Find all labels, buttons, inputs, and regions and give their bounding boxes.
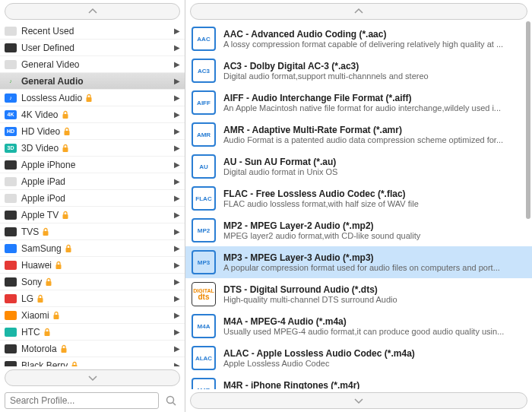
chevron-right-icon: ▶ — [174, 93, 180, 102]
format-item[interactable]: AIFFAIFF - Audio Interchange File Format… — [185, 87, 532, 119]
category-icon: ♪ — [5, 77, 17, 86]
format-icon: FLAC — [192, 186, 216, 211]
category-item[interactable]: ♪Lossless Audio▶ — [0, 90, 185, 106]
format-description: A popular compression format used for au… — [223, 263, 526, 272]
format-title: M4R - iPhone Ringtones (*.m4r) — [223, 380, 526, 389]
category-scroll-up[interactable] — [5, 3, 180, 20]
category-label: Sony — [21, 277, 42, 287]
lock-icon — [62, 144, 69, 153]
category-item[interactable]: General Video▶ — [0, 56, 185, 73]
category-item[interactable]: HDHD Video▶ — [0, 123, 185, 140]
format-title: MP3 - MPEG Layer-3 Audio (*.mp3) — [223, 252, 526, 263]
format-scroll-up[interactable] — [190, 3, 527, 20]
chevron-right-icon: ▶ — [174, 110, 180, 119]
format-title: AIFF - Audio Interchange File Format (*.… — [223, 93, 526, 103]
format-scroll-down[interactable] — [190, 392, 527, 409]
format-item[interactable]: MP3MP3 - MPEG Layer-3 Audio (*.mp3)A pop… — [185, 246, 532, 278]
format-item[interactable]: AACAAC - Advanced Audio Coding (*.aac)A … — [185, 23, 532, 55]
format-item[interactable]: M4RM4R - iPhone Ringtones (*.m4r)iPhone … — [185, 374, 532, 389]
category-label: General Audio — [21, 76, 84, 87]
category-item[interactable]: Apple TV▶ — [0, 207, 185, 223]
category-label: HD Video — [21, 126, 60, 137]
format-description: FLAC audio lossless format,with half siz… — [223, 199, 526, 208]
category-item[interactable]: User Defined▶ — [0, 40, 185, 56]
category-scroll-down[interactable] — [5, 369, 180, 386]
format-panel: AACAAC - Advanced Audio Coding (*.aac)A … — [185, 0, 532, 412]
chevron-right-icon: ▶ — [174, 211, 180, 219]
category-icon — [5, 160, 17, 170]
format-text: FLAC - Free Lossless Audio Codec (*.flac… — [223, 189, 526, 208]
category-label: Apple iPad — [21, 176, 65, 187]
category-item[interactable]: Black Berry▶ — [0, 357, 185, 366]
format-icon: M4R — [192, 378, 216, 389]
category-item[interactable]: Motorola▶ — [0, 341, 185, 357]
category-label: Apple iPhone — [21, 160, 75, 170]
chevron-down-icon — [353, 397, 364, 404]
category-item[interactable]: Sony▶ — [0, 274, 185, 290]
format-icon: AAC — [192, 27, 216, 51]
format-icon: MP2 — [192, 218, 216, 242]
category-item[interactable]: Apple iPod▶ — [0, 190, 185, 207]
format-icon: M4A — [192, 314, 216, 338]
category-item[interactable]: LG▶ — [0, 290, 185, 307]
format-item[interactable]: M4AM4A - MPEG-4 Audio (*.m4a)Usually use… — [185, 310, 532, 342]
category-item[interactable]: Apple iPad▶ — [0, 173, 185, 190]
category-item[interactable]: Huawei▶ — [0, 257, 185, 274]
category-item[interactable]: 4K4K Video▶ — [0, 106, 185, 123]
lock-icon — [71, 361, 78, 367]
category-item[interactable]: SamSung▶ — [0, 240, 185, 257]
category-item[interactable]: ♪General Audio▶ — [0, 73, 185, 90]
scrollbar-thumb[interactable] — [526, 21, 530, 219]
format-item[interactable]: AUAU - Sun AU Format (*.au)Digital audio… — [185, 151, 532, 182]
svg-rect-9 — [38, 298, 43, 303]
search-icon — [165, 395, 177, 407]
category-icon: 3D — [5, 144, 17, 153]
category-item[interactable]: Xiaomi▶ — [0, 307, 185, 324]
category-item[interactable]: TVS▶ — [0, 223, 185, 240]
category-list: Recent Used▶User Defined▶General Video▶♪… — [0, 23, 185, 366]
category-item[interactable]: 3D3D Video▶ — [0, 140, 185, 157]
format-icon: ALAC — [192, 346, 216, 370]
format-icon: AIFF — [192, 90, 216, 115]
svg-rect-0 — [87, 97, 92, 102]
category-icon — [5, 344, 17, 353]
chevron-right-icon: ▶ — [174, 27, 180, 35]
category-icon — [5, 227, 17, 236]
svg-rect-2 — [65, 131, 70, 135]
format-title: FLAC - Free Lossless Audio Codec (*.flac… — [223, 189, 526, 199]
format-text: AU - Sun AU Format (*.au)Digital audio f… — [223, 157, 526, 176]
format-icon: DIGITALdts — [192, 282, 216, 306]
category-icon — [5, 261, 17, 270]
lock-icon — [62, 110, 69, 119]
search-input[interactable] — [5, 392, 159, 409]
category-icon — [5, 43, 17, 52]
format-item[interactable]: DIGITALdtsDTS - Digital Surround Audio (… — [185, 278, 532, 310]
lock-icon — [63, 127, 71, 136]
format-text: MP2 - MPEG Layer-2 Audio (*.mp2)MPEG lay… — [223, 220, 526, 240]
category-icon — [5, 328, 17, 337]
category-icon — [5, 277, 17, 287]
category-label: General Video — [21, 59, 80, 70]
category-label: Lossless Audio — [21, 93, 82, 103]
category-item[interactable]: Apple iPhone▶ — [0, 157, 185, 173]
svg-rect-7 — [56, 265, 62, 269]
format-item[interactable]: AMRAMR - Adaptive Multi-Rate Format (*.a… — [185, 119, 532, 151]
category-icon — [5, 194, 17, 203]
category-item[interactable]: Recent Used▶ — [0, 23, 185, 40]
format-item[interactable]: MP2MP2 - MPEG Layer-2 Audio (*.mp2)MPEG … — [185, 214, 532, 246]
search-button[interactable] — [162, 392, 180, 409]
chevron-right-icon: ▶ — [174, 144, 180, 152]
category-icon: HD — [5, 127, 17, 136]
category-item[interactable]: HTC▶ — [0, 324, 185, 341]
svg-rect-12 — [61, 348, 66, 353]
format-item[interactable]: AC3AC3 - Dolby Digital AC-3 (*.ac3)Digit… — [185, 55, 532, 87]
category-panel: Recent Used▶User Defined▶General Video▶♪… — [0, 0, 185, 412]
svg-rect-10 — [53, 315, 59, 319]
svg-line-16 — [173, 403, 176, 406]
format-item[interactable]: ALACALAC - Apple Lossless Audio Codec (*… — [185, 342, 532, 374]
svg-rect-13 — [72, 365, 78, 367]
chevron-right-icon: ▶ — [174, 194, 180, 202]
chevron-right-icon: ▶ — [174, 77, 180, 85]
category-label: HTC — [21, 327, 40, 338]
format-item[interactable]: FLACFLAC - Free Lossless Audio Codec (*.… — [185, 182, 532, 214]
